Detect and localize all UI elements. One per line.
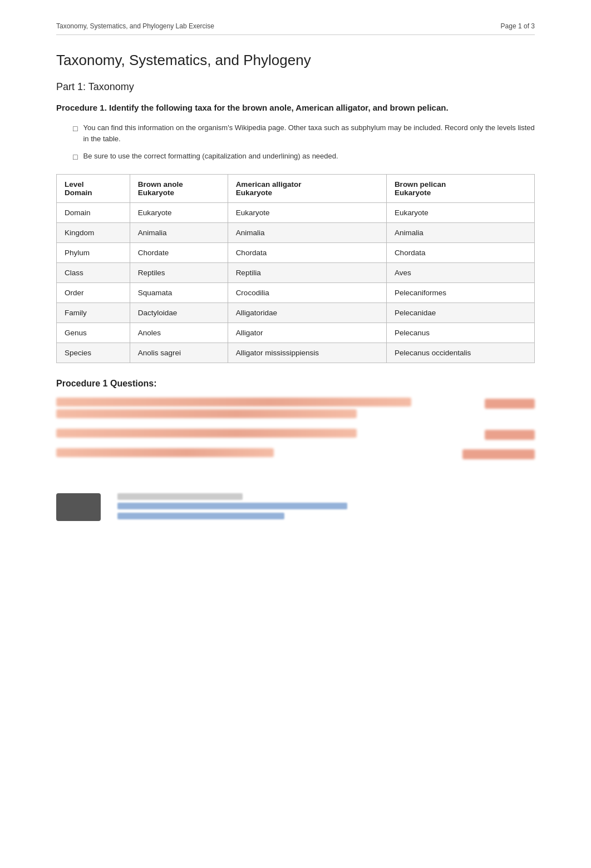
table-cell-r2-c2: Chordata	[228, 243, 386, 263]
table-cell-r6-c0: Genus	[57, 323, 130, 343]
table-row: GenusAnolesAlligatorPelecanus	[57, 323, 535, 343]
table-header-row: LevelDomain Brown anoleEukaryote America…	[57, 175, 535, 203]
question-3-section	[56, 448, 535, 460]
q3-answer	[462, 449, 535, 459]
table-cell-r0-c2: Eukaryote	[228, 203, 386, 223]
table-row: SpeciesAnolis sagreiAlligator mississipp…	[57, 343, 535, 363]
table-cell-r0-c0: Domain	[57, 203, 130, 223]
col-header-american-alligator: American alligatorEukaryote	[228, 175, 386, 203]
bullet-icon-1: □	[73, 123, 77, 135]
table-cell-r6-c3: Pelecanus	[386, 323, 534, 343]
table-cell-r7-c2: Alligator mississippiensis	[228, 343, 386, 363]
table-cell-r4-c1: Squamata	[130, 283, 228, 303]
table-cell-r5-c3: Pelecanidae	[386, 303, 534, 323]
table-cell-r6-c2: Alligator	[228, 323, 386, 343]
table-cell-r1-c1: Animalia	[130, 223, 228, 243]
bullet-item-2: □ Be sure to use the correct formatting …	[73, 151, 535, 163]
table-cell-r5-c0: Family	[57, 303, 130, 323]
q1-line2	[56, 409, 357, 418]
q3-line1	[56, 448, 274, 457]
table-cell-r2-c3: Chordata	[386, 243, 534, 263]
table-row: OrderSquamataCrocodiliaPelecaniformes	[57, 283, 535, 303]
table-cell-r7-c3: Pelecanus occidentalis	[386, 343, 534, 363]
q2-answer	[485, 430, 535, 440]
table-row: PhylumChordateChordataChordata	[57, 243, 535, 263]
table-cell-r1-c2: Animalia	[228, 223, 386, 243]
part1-heading: Part 1: Taxonomy	[56, 81, 535, 93]
table-cell-r7-c0: Species	[57, 343, 130, 363]
table-cell-r3-c2: Reptilia	[228, 263, 386, 283]
table-row: ClassReptilesReptiliaAves	[57, 263, 535, 283]
table-cell-r5-c2: Alligatoridae	[228, 303, 386, 323]
q2-line1	[56, 429, 357, 438]
table-row: DomainEukaryoteEukaryoteEukaryote	[57, 203, 535, 223]
footer-links	[117, 493, 535, 523]
table-cell-r4-c2: Crocodilia	[228, 283, 386, 303]
question-1-row	[56, 398, 535, 421]
question-3-text	[56, 448, 451, 460]
footer-section	[56, 493, 535, 523]
table-cell-r3-c0: Class	[57, 263, 130, 283]
footer-link-2	[117, 513, 284, 519]
table-cell-r3-c3: Aves	[386, 263, 534, 283]
q1-answer	[485, 399, 535, 409]
table-cell-r4-c3: Pelecaniformes	[386, 283, 534, 303]
header-page-info: Page 1 of 3	[501, 22, 535, 30]
table-cell-r3-c1: Reptiles	[130, 263, 228, 283]
table-cell-r1-c3: Animalia	[386, 223, 534, 243]
table-row: KingdomAnimaliaAnimaliaAnimalia	[57, 223, 535, 243]
col-header-brown-anole: Brown anoleEukaryote	[130, 175, 228, 203]
bullet-list: □ You can find this information on the o…	[73, 122, 535, 163]
q1-line1	[56, 398, 411, 406]
procedure-heading: Procedure 1. Identify the following taxa…	[56, 102, 535, 113]
header-doc-label: Taxonomy, Systematics, and Phylogeny Lab…	[56, 22, 214, 30]
bullet-item-1: □ You can find this information on the o…	[73, 122, 535, 144]
table-cell-r7-c1: Anolis sagrei	[130, 343, 228, 363]
table-cell-r0-c3: Eukaryote	[386, 203, 534, 223]
bullet-icon-2: □	[73, 151, 77, 163]
footer-link-1	[117, 503, 347, 509]
question-2-row	[56, 429, 535, 440]
question-2-section	[56, 429, 535, 440]
table-cell-r4-c0: Order	[57, 283, 130, 303]
table-row: FamilyDactyloidaeAlligatoridaePelecanida…	[57, 303, 535, 323]
table-cell-r2-c0: Phylum	[57, 243, 130, 263]
table-cell-r1-c0: Kingdom	[57, 223, 130, 243]
col-header-level: LevelDomain	[57, 175, 130, 203]
question-1-text	[56, 398, 474, 421]
question-1-section	[56, 398, 535, 421]
taxonomy-table: LevelDomain Brown anoleEukaryote America…	[56, 174, 535, 363]
footer-thumbnail	[56, 493, 101, 521]
question-3-row	[56, 448, 535, 460]
page-title: Taxonomy, Systematics, and Phylogeny	[56, 52, 535, 69]
procedure-questions-heading: Procedure 1 Questions:	[56, 379, 535, 389]
question-2-text	[56, 429, 474, 440]
header-bar: Taxonomy, Systematics, and Phylogeny Lab…	[56, 22, 535, 35]
col-header-brown-pelican: Brown pelicanEukaryote	[386, 175, 534, 203]
table-cell-r2-c1: Chordate	[130, 243, 228, 263]
table-cell-r6-c1: Anoles	[130, 323, 228, 343]
table-cell-r5-c1: Dactyloidae	[130, 303, 228, 323]
table-cell-r0-c1: Eukaryote	[130, 203, 228, 223]
footer-text-1	[117, 493, 243, 500]
